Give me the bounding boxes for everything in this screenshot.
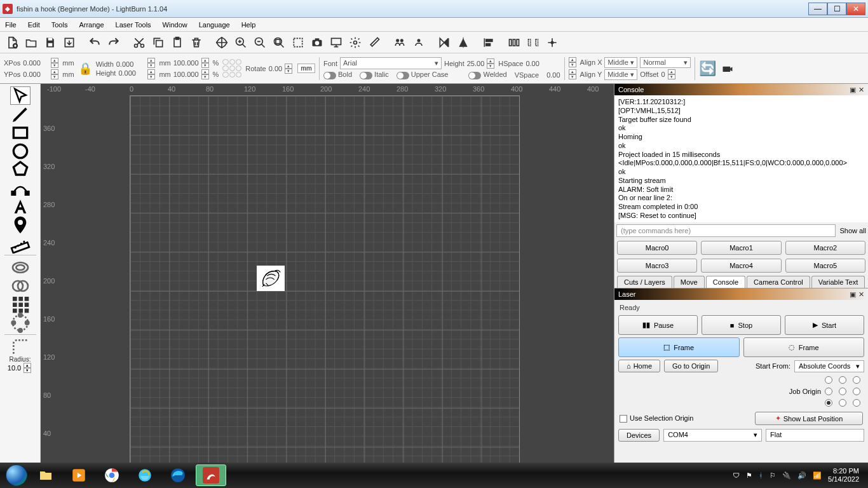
macro3-button[interactable]: Macro3: [617, 259, 697, 273]
measure-tool[interactable]: [10, 234, 31, 252]
startfrom-select[interactable]: Absolute Coords▾: [794, 360, 864, 372]
preview-icon[interactable]: 🔄: [699, 60, 715, 77]
console-close-icon[interactable]: ✕: [858, 86, 864, 94]
settings-icon[interactable]: [347, 34, 363, 51]
menu-window[interactable]: Window: [163, 21, 187, 29]
text-tool[interactable]: [10, 197, 31, 215]
select-tool[interactable]: [10, 86, 31, 105]
italic-toggle[interactable]: [360, 72, 372, 79]
group-icon[interactable]: [391, 34, 408, 51]
ungroup-icon[interactable]: [410, 34, 427, 51]
weld-tool[interactable]: [10, 276, 31, 295]
monitor-icon[interactable]: [328, 34, 344, 51]
tab-move[interactable]: Move: [674, 276, 705, 288]
grid-array-tool[interactable]: [10, 295, 31, 313]
show-last-position-button[interactable]: ✦Show Last Position: [755, 412, 863, 425]
menu-help[interactable]: Help: [241, 21, 256, 29]
workarea[interactable]: [60, 95, 614, 463]
offset[interactable]: 0: [661, 71, 665, 78]
menu-arrange[interactable]: Arrange: [79, 21, 104, 29]
maximize-button[interactable]: ☐: [827, 3, 846, 15]
home-button[interactable]: ⌂Home: [618, 360, 660, 372]
taskbar-ie-icon[interactable]: [130, 464, 160, 486]
pause-button[interactable]: ▮▮Pause: [618, 315, 698, 335]
frame-rubber-button[interactable]: ◌Frame: [743, 337, 865, 357]
cut-icon[interactable]: [131, 34, 147, 51]
tab-cuts-layers[interactable]: Cuts / Layers: [617, 276, 672, 288]
distribute-v-icon[interactable]: [525, 34, 541, 51]
height-value[interactable]: 0.000: [118, 69, 144, 77]
start-button[interactable]: ▶Start: [785, 315, 864, 335]
scale-h[interactable]: 100.000: [173, 71, 199, 78]
tray-flag-icon[interactable]: ⚑: [746, 471, 752, 480]
open-file-icon[interactable]: [23, 34, 39, 51]
goto-origin-button[interactable]: Go to Origin: [664, 360, 718, 372]
paste-icon[interactable]: [169, 34, 186, 51]
macro0-button[interactable]: Macro0: [617, 241, 697, 255]
ypos-value[interactable]: 0.000: [23, 71, 48, 78]
tray-shield-icon[interactable]: 🛡: [733, 471, 740, 479]
flip-h-icon[interactable]: [436, 34, 452, 51]
laser-undock-icon[interactable]: ▣: [850, 290, 856, 299]
tab-variable-text[interactable]: Variable Text: [811, 276, 865, 288]
close-button[interactable]: ✕: [846, 3, 865, 15]
polygon-tool[interactable]: [10, 160, 31, 179]
redo-icon[interactable]: [105, 34, 122, 51]
macro1-button[interactable]: Macro1: [701, 241, 781, 255]
job-origin-grid[interactable]: [825, 376, 863, 407]
width-value[interactable]: 0.000: [116, 60, 142, 68]
vspace[interactable]: 0.00: [546, 71, 560, 79]
anchor-grid-icon[interactable]: [222, 59, 241, 78]
frame-rect-button[interactable]: ⬚Frame: [618, 337, 740, 357]
menu-tools[interactable]: Tools: [51, 21, 68, 29]
hspace[interactable]: 0.00: [526, 60, 539, 67]
zoom-out-icon[interactable]: [252, 34, 268, 51]
import-icon[interactable]: [61, 34, 78, 51]
font-height[interactable]: 25.00: [467, 60, 485, 67]
aligny-select[interactable]: Middle▾: [604, 69, 637, 80]
macro5-button[interactable]: Macro5: [785, 259, 865, 273]
console-input[interactable]: (type commands here): [616, 224, 836, 237]
xpos-spinner[interactable]: ▴▾: [51, 58, 60, 68]
taskbar-media-icon[interactable]: [64, 464, 94, 486]
selection-frame-icon[interactable]: [290, 34, 306, 51]
undo-icon[interactable]: [86, 34, 103, 51]
use-selection-origin[interactable]: Use Selection Origin: [620, 414, 693, 423]
tab-console[interactable]: Console: [706, 276, 745, 288]
camera-capture-icon[interactable]: [719, 60, 736, 77]
zoom-frame-icon[interactable]: [271, 34, 287, 51]
save-icon[interactable]: [42, 34, 58, 51]
alignx-select[interactable]: Middle▾: [604, 57, 637, 68]
align-left-icon[interactable]: [480, 34, 497, 51]
camera-icon[interactable]: [309, 34, 325, 51]
radial-array-tool[interactable]: [10, 313, 31, 332]
edit-nodes-tool[interactable]: [10, 179, 31, 197]
console-undock-icon[interactable]: ▣: [850, 86, 856, 94]
laser-close-icon[interactable]: ✕: [858, 290, 864, 299]
port-select[interactable]: COM4▾: [663, 429, 762, 442]
menu-language[interactable]: Language: [199, 21, 230, 29]
ypos-spinner[interactable]: ▴▾: [51, 69, 60, 79]
scale-w[interactable]: 100.000: [173, 59, 199, 67]
draw-tool[interactable]: [10, 105, 31, 123]
minimize-button[interactable]: —: [808, 3, 827, 15]
radius-value[interactable]: 10.0: [8, 364, 21, 372]
style-select[interactable]: Normal▾: [640, 57, 691, 68]
tab-camera-control[interactable]: Camera Control: [747, 276, 810, 288]
macro4-button[interactable]: Macro4: [701, 259, 781, 273]
copy-icon[interactable]: [150, 34, 166, 51]
offset-tool[interactable]: [10, 258, 31, 276]
welded-toggle[interactable]: [468, 72, 481, 79]
delete-icon[interactable]: [188, 34, 205, 51]
menu-file[interactable]: File: [5, 21, 17, 29]
macro2-button[interactable]: Macro2: [785, 241, 865, 255]
menu-laser-tools[interactable]: Laser Tools: [116, 21, 151, 29]
lock-icon[interactable]: 🔒: [78, 62, 92, 76]
flip-v-icon[interactable]: [455, 34, 471, 51]
tray-action-icon[interactable]: ⚐: [770, 471, 776, 480]
bold-toggle[interactable]: [323, 72, 336, 79]
start-button[interactable]: [4, 463, 29, 488]
rectangle-tool[interactable]: [10, 123, 31, 142]
rotate-value[interactable]: 0.00: [269, 65, 282, 72]
stop-button[interactable]: ■Stop: [702, 315, 781, 335]
